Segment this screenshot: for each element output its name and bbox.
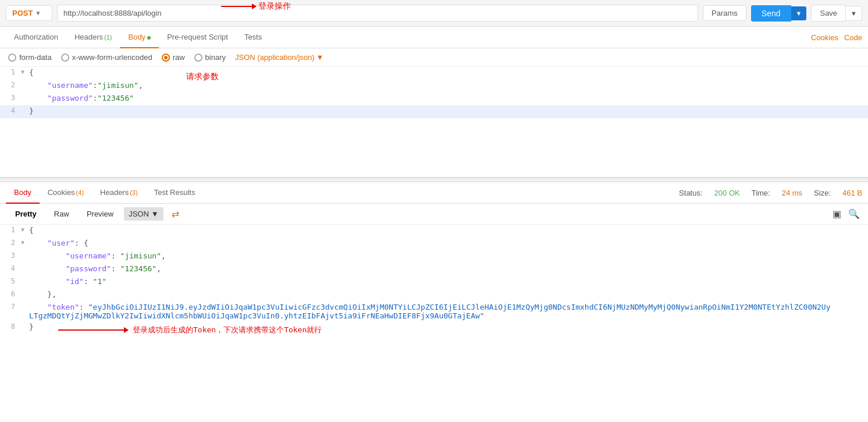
resp-line-2: 2 ▼ "user": {: [0, 237, 868, 250]
request-code-editor[interactable]: 1 ▼ { 2 "username":"jimisun", 3 "passwor…: [0, 67, 868, 178]
req-code-line-4: 4 }: [0, 105, 868, 118]
search-icon[interactable]: 🔍: [848, 208, 860, 219]
status-value: 200 OK: [714, 189, 740, 197]
response-tabs-bar: Body Cookies(4) Headers(3) Test Results …: [0, 182, 868, 204]
tab-pre-request[interactable]: Pre-request Script: [159, 27, 236, 48]
format-urlencoded[interactable]: x-www-form-urlencoded: [61, 53, 152, 62]
req-code-line-3: 3 "password":"123456": [0, 93, 868, 105]
resp-tab-cookies[interactable]: Cookies(4): [40, 182, 92, 204]
send-dropdown-button[interactable]: ▼: [791, 6, 807, 20]
method-button[interactable]: POST ▼: [6, 5, 52, 21]
fmt-pretty[interactable]: Pretty: [8, 207, 44, 221]
time-label: Time:: [752, 189, 770, 197]
time-value: 24 ms: [782, 189, 802, 197]
json-dropdown-icon: ▼: [316, 53, 324, 62]
radio-binary: [194, 54, 202, 62]
resp-line-3: 3 "username": "jimisun",: [0, 250, 868, 263]
request-tabs: Authorization Headers(1) Body Pre-reques…: [0, 27, 868, 48]
response-meta: Status: 200 OK Time: 24 ms Size: 461 B: [679, 189, 862, 197]
resp-tab-body[interactable]: Body: [6, 182, 40, 204]
resp-tab-headers[interactable]: Headers(3): [92, 182, 146, 204]
code-link[interactable]: Code: [844, 33, 862, 42]
save-button[interactable]: Save: [811, 5, 846, 22]
method-label: POST: [12, 9, 33, 17]
resp-line-8: 8 }: [0, 321, 868, 334]
cookies-link[interactable]: Cookies: [811, 33, 838, 42]
tab-headers[interactable]: Headers(1): [66, 27, 120, 48]
response-code-area[interactable]: 1 ▼ { 2 ▼ "user": { 3 "username": "jimis…: [0, 225, 868, 341]
json-type-select[interactable]: JSON (application/json) ▼: [235, 53, 323, 62]
resp-line-6: 6 },: [0, 289, 868, 302]
resp-line-4: 4 "password": "123456",: [0, 263, 868, 276]
save-dropdown-button[interactable]: ▼: [846, 6, 862, 21]
format-form-data[interactable]: form-data: [8, 53, 52, 62]
format-binary-label: binary: [205, 53, 226, 62]
login-annotation-text: 登录操作: [258, 1, 291, 12]
req-code-line-2: 2 "username":"jimisun",: [0, 80, 868, 93]
format-raw-label: raw: [173, 53, 185, 62]
tab-body[interactable]: Body: [120, 27, 159, 48]
annotation-login: 登录操作: [221, 1, 291, 12]
format-form-data-label: form-data: [19, 53, 52, 62]
section-divider: [0, 178, 868, 182]
body-dot: [147, 36, 151, 40]
size-value: 461 B: [842, 189, 862, 197]
format-binary[interactable]: binary: [194, 53, 226, 62]
radio-urlencoded: [61, 54, 69, 62]
login-annotation-arrow: [221, 6, 256, 7]
resp-line-1: 1 ▼ {: [0, 225, 868, 237]
req-tab-right-actions: Cookies Code: [811, 33, 862, 42]
method-dropdown-icon: ▼: [35, 10, 41, 16]
status-label: Status:: [679, 189, 702, 197]
copy-icon[interactable]: ▣: [833, 208, 841, 219]
response-format-bar: Pretty Raw Preview JSON ▼ ⇄ ▣ 🔍: [0, 204, 868, 225]
tab-authorization[interactable]: Authorization: [6, 27, 66, 48]
body-format-bar: form-data x-www-form-urlencoded raw bina…: [0, 48, 868, 67]
url-input[interactable]: [57, 5, 698, 22]
url-bar: POST ▼ 登录操作 Params Send ▼ Save ▼: [0, 0, 868, 27]
resp-tab-test-results[interactable]: Test Results: [146, 182, 204, 204]
format-urlencoded-label: x-www-form-urlencoded: [72, 53, 152, 62]
resp-json-select[interactable]: JSON ▼: [124, 207, 163, 221]
radio-form-data: [8, 54, 16, 62]
json-type-label: JSON (application/json): [235, 53, 315, 62]
resp-line-5: 5 "id": "1": [0, 276, 868, 289]
resp-actions: ▣ 🔍: [833, 208, 860, 219]
params-button[interactable]: Params: [703, 5, 746, 21]
format-raw[interactable]: raw: [162, 53, 185, 62]
resp-line-7: 7 "token": "eyJhbGciOiJIUzI1NiJ9.eyJzdWI…: [0, 302, 868, 321]
fmt-preview[interactable]: Preview: [80, 207, 120, 221]
size-label: Size:: [814, 189, 831, 197]
send-button[interactable]: Send: [751, 5, 791, 22]
tab-tests[interactable]: Tests: [236, 27, 270, 48]
resp-json-dropdown-icon: ▼: [151, 210, 159, 218]
wrap-icon[interactable]: ⇄: [172, 208, 179, 219]
req-code-line-1: 1 ▼ {: [0, 67, 868, 80]
resp-json-label: JSON: [129, 210, 149, 218]
fmt-raw[interactable]: Raw: [47, 207, 76, 221]
radio-raw: [162, 54, 170, 62]
response-section: Body Cookies(4) Headers(3) Test Results …: [0, 182, 868, 341]
